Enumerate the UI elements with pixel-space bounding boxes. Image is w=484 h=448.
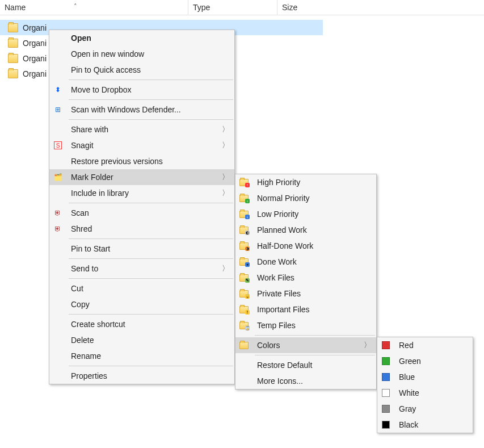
color-white[interactable]: White (377, 385, 473, 401)
menu-scan[interactable]: ⛨ Scan (49, 205, 234, 221)
item-label: Organi (23, 69, 47, 78)
menu-defender[interactable]: ⊞ Scan with Windows Defender... (49, 102, 234, 118)
shred-icon: ⛨ (53, 224, 62, 233)
scan-icon: ⛨ (53, 208, 62, 217)
color-blue[interactable]: Blue (377, 369, 473, 385)
mark-folder-submenu: ↑ High Priority ↓ Normal Priority ↓ Low … (235, 174, 377, 390)
menu-mark-folder[interactable]: 🗂️ Mark Folder〉 (49, 169, 234, 185)
sort-asc-icon: ˄ (74, 3, 77, 10)
chevron-right-icon: 〉 (222, 172, 229, 182)
submenu-planned[interactable]: ◐ Planned Work (235, 222, 376, 238)
item-label: Organi (23, 23, 47, 32)
column-type-label: Type (193, 3, 210, 12)
menu-shred[interactable]: ⛨ Shred (49, 221, 234, 237)
item-label: Organi (23, 54, 47, 63)
menu-move-dropbox[interactable]: ⬍ Move to Dropbox (49, 82, 234, 98)
chevron-right-icon: 〉 (222, 124, 229, 135)
folder-important-icon: ! (239, 305, 249, 314)
menu-include-library[interactable]: Include in library〉 (49, 185, 234, 201)
item-label: Organi (23, 39, 47, 48)
red-swatch-icon (382, 341, 390, 349)
column-size-label: Size (282, 3, 297, 12)
submenu-normal-priority[interactable]: ↓ Normal Priority (235, 190, 376, 206)
color-green[interactable]: Green (377, 353, 473, 369)
folder-icon (8, 54, 18, 63)
submenu-work-files[interactable]: ✎ Work Files (235, 270, 376, 286)
folder-icon (8, 23, 18, 32)
menu-pin-quick-access[interactable]: Pin to Quick access (49, 62, 234, 78)
folder-icon (8, 69, 18, 78)
folder-low-icon: ↓ (239, 210, 249, 219)
submenu-private-files[interactable]: 🔒 Private Files (235, 286, 376, 302)
folder-private-icon: 🔒 (239, 289, 249, 298)
menu-cut[interactable]: Cut (49, 280, 234, 296)
submenu-half-done[interactable]: ◑ Half-Done Work (235, 238, 376, 254)
white-swatch-icon (382, 389, 390, 397)
color-black[interactable]: Black (377, 417, 473, 433)
blue-swatch-icon (382, 373, 390, 381)
context-menu: Open Open in new window Pin to Quick acc… (49, 30, 235, 384)
folder-temp-icon: ⌛ (239, 321, 249, 330)
color-gray[interactable]: Gray (377, 401, 473, 417)
submenu-restore-default[interactable]: Restore Default (235, 357, 376, 373)
column-headers[interactable]: Name ˄ Type Size (0, 0, 484, 15)
submenu-important-files[interactable]: ! Important Files (235, 302, 376, 317)
mark-folder-icon: 🗂️ (53, 173, 62, 182)
folder-done-icon: ● (239, 257, 249, 266)
folder-colors-icon (239, 341, 249, 350)
column-name[interactable]: Name ˄ (0, 0, 188, 15)
submenu-done[interactable]: ● Done Work (235, 254, 376, 270)
column-size[interactable]: Size (277, 0, 343, 15)
column-type[interactable]: Type (188, 0, 277, 15)
color-red[interactable]: Red (377, 337, 473, 353)
menu-pin-start[interactable]: Pin to Start (49, 241, 234, 257)
chevron-right-icon: 〉 (222, 188, 229, 198)
menu-properties[interactable]: Properties (49, 368, 234, 384)
folder-halfdone-icon: ◑ (239, 241, 249, 250)
folder-planned-icon: ◐ (239, 225, 249, 235)
submenu-temp-files[interactable]: ⌛ Temp Files (235, 317, 376, 333)
submenu-high-priority[interactable]: ↑ High Priority (235, 174, 376, 190)
chevron-right-icon: 〉 (222, 140, 229, 150)
folder-normal-icon: ↓ (239, 194, 249, 203)
menu-snagit[interactable]: S Snagit〉 (49, 137, 234, 153)
chevron-right-icon: 〉 (222, 263, 229, 274)
black-swatch-icon (382, 421, 390, 429)
submenu-low-priority[interactable]: ↓ Low Priority (235, 206, 376, 222)
folder-icon (8, 39, 18, 48)
menu-open[interactable]: Open (49, 30, 234, 46)
menu-rename[interactable]: Rename (49, 348, 234, 364)
menu-open-new-window[interactable]: Open in new window (49, 46, 234, 62)
snagit-icon: S (54, 141, 62, 149)
menu-delete[interactable]: Delete (49, 332, 234, 348)
column-name-label: Name (5, 3, 26, 12)
dropbox-icon: ⬍ (53, 85, 62, 94)
chevron-right-icon: 〉 (364, 340, 371, 350)
gray-swatch-icon (382, 405, 390, 413)
folder-work-icon: ✎ (239, 273, 249, 282)
menu-send-to[interactable]: Send to〉 (49, 261, 234, 277)
submenu-colors[interactable]: Colors〉 (235, 337, 376, 353)
menu-restore-prev[interactable]: Restore previous versions (49, 153, 234, 169)
menu-copy[interactable]: Copy (49, 296, 234, 312)
menu-share-with[interactable]: Share with〉 (49, 122, 234, 137)
menu-create-shortcut[interactable]: Create shortcut (49, 316, 234, 332)
green-swatch-icon (382, 357, 390, 365)
submenu-more-icons[interactable]: More Icons... (235, 373, 376, 389)
defender-icon: ⊞ (53, 105, 62, 114)
folder-high-icon: ↑ (239, 178, 249, 187)
colors-submenu: Red Green Blue White Gray Black (377, 337, 473, 433)
